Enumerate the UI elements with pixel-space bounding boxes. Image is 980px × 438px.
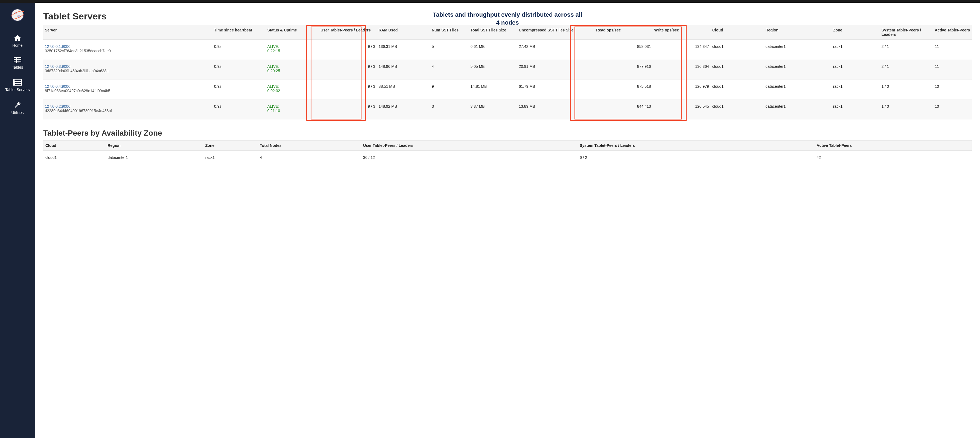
server-link[interactable]: 127.0.0.2:9000 <box>45 104 70 108</box>
cell-num-sst: 9 <box>430 80 469 100</box>
cell-user-peers: 9 / 3 <box>319 80 377 100</box>
col-total-sst: Total SST Files Size <box>469 25 517 40</box>
svg-point-14 <box>14 80 15 80</box>
cell-time-since: 0.9s <box>212 100 266 120</box>
cell-cloud: cloud1 <box>711 100 764 120</box>
cell-write-ops: 134.347 <box>653 40 711 60</box>
col-active-peers: Active Tablet-Peers <box>933 25 972 40</box>
sidebar-item-home[interactable]: Home <box>0 30 35 53</box>
cell-cloud: cloud1 <box>711 40 764 60</box>
tablet-servers-icon <box>13 79 22 86</box>
table-row: 127.0.0.4:90008f71a083ea09497c9c828e14fd… <box>43 80 972 100</box>
cell-sys-peers: 2 / 1 <box>880 40 933 60</box>
az-section-title: Tablet-Peers by Availability Zone <box>43 129 972 137</box>
cell-read-ops: 858.031 <box>595 40 652 60</box>
sidebar-item-label: Home <box>1 43 34 48</box>
cell-total-sst: 6.61 MB <box>469 40 517 60</box>
az-col-sys-peers: System Tablet-Peers / Leaders <box>578 140 814 151</box>
cell-time-since: 0.9s <box>212 40 266 60</box>
cell-zone: rack1 <box>832 80 880 100</box>
col-server: Server <box>43 25 212 40</box>
cell-status: ALIVE:0:21:10 <box>266 100 319 120</box>
tablet-servers-table-wrap: Server Time since heartbeat Status & Upt… <box>43 25 972 119</box>
col-cloud: Cloud <box>711 25 764 40</box>
cell-zone: rack1 <box>832 100 880 120</box>
sidebar-item-utilities[interactable]: Utilities <box>0 97 35 120</box>
sidebar-item-label: Tablet Servers <box>1 88 34 92</box>
col-uncomp-sst: Uncompressed SST Files Size <box>517 25 595 40</box>
col-zone: Zone <box>832 25 880 40</box>
cell-uncomp-sst: 27.42 MB <box>517 40 595 60</box>
cell-ram: 148.92 MB <box>377 100 430 120</box>
cell-active-peers: 10 <box>933 100 972 120</box>
col-user-peers: User Tablet-Peers / Leaders <box>319 25 377 40</box>
sidebar-item-tablet-servers[interactable]: Tablet Servers <box>0 74 35 97</box>
cell-num-sst: 4 <box>430 60 469 80</box>
cell-status: ALIVE:0:20:25 <box>266 60 319 80</box>
svg-point-16 <box>14 84 15 85</box>
svg-point-15 <box>14 82 15 83</box>
col-status: Status & Uptime <box>266 25 319 40</box>
col-sys-peers: System Tablet-Peers / Leaders <box>880 25 933 40</box>
cell-user-peers: 9 / 3 <box>319 40 377 60</box>
tables-icon <box>13 57 22 64</box>
col-read-ops: Read ops/sec <box>595 25 652 40</box>
server-uuid: 8f71a083ea09497c9c828e14fd09c4b5 <box>45 89 110 93</box>
server-link[interactable]: 127.0.0.3:9000 <box>45 64 70 68</box>
cell-num-sst: 5 <box>430 40 469 60</box>
az-cell-cloud: cloud1 <box>43 151 105 164</box>
az-cell-region: datacenter1 <box>105 151 203 164</box>
cell-ram: 88.51 MB <box>377 80 430 100</box>
az-cell-active: 42 <box>814 151 972 164</box>
cell-uncomp-sst: 61.79 MB <box>517 80 595 100</box>
home-icon <box>13 35 22 41</box>
table-row: 127.0.0.1:900002501752cf764dc3b21535dcac… <box>43 40 972 60</box>
cell-sys-peers: 1 / 0 <box>880 100 933 120</box>
cell-uncomp-sst: 13.89 MB <box>517 100 595 120</box>
server-link[interactable]: 127.0.0.4:9000 <box>45 84 70 89</box>
table-row: 127.0.0.3:90003d87320da09b46f4ab2fffbeb0… <box>43 60 972 80</box>
col-ram: RAM Used <box>377 25 430 40</box>
svg-rect-6 <box>14 57 21 63</box>
az-table-row: cloud1 datacenter1 rack1 4 36 / 12 6 / 2… <box>43 151 972 164</box>
cell-sys-peers: 1 / 0 <box>880 80 933 100</box>
cell-cloud: cloud1 <box>711 60 764 80</box>
az-cell-user-peers: 36 / 12 <box>361 151 578 164</box>
az-col-total-nodes: Total Nodes <box>258 140 361 151</box>
az-col-zone: Zone <box>203 140 258 151</box>
window-titlebar-shadow <box>0 0 980 3</box>
cell-active-peers: 10 <box>933 80 972 100</box>
sidebar-item-label: Utilities <box>1 110 34 115</box>
az-col-cloud: Cloud <box>43 140 105 151</box>
cell-active-peers: 11 <box>933 60 972 80</box>
cell-cloud: cloud1 <box>711 80 764 100</box>
cell-write-ops: 120.545 <box>653 100 711 120</box>
server-uuid: 02501752cf764dc3b21535dcaccb7ae0 <box>45 49 111 53</box>
server-uuid: 3d87320da09b46f4ab2fffbeb04a638a <box>45 68 108 73</box>
tablet-servers-table: Server Time since heartbeat Status & Upt… <box>43 25 972 119</box>
az-cell-total-nodes: 4 <box>258 151 361 164</box>
server-link[interactable]: 127.0.0.1:9000 <box>45 44 70 49</box>
utilities-icon <box>14 101 21 109</box>
az-table: Cloud Region Zone Total Nodes User Table… <box>43 140 972 164</box>
cell-status: ALIVE:0:02:02 <box>266 80 319 100</box>
cell-time-since: 0.9s <box>212 60 266 80</box>
cell-zone: rack1 <box>832 60 880 80</box>
col-write-ops: Write ops/sec <box>653 25 711 40</box>
cell-region: datacenter1 <box>764 80 832 100</box>
az-cell-zone: rack1 <box>203 151 258 164</box>
az-col-region: Region <box>105 140 203 151</box>
col-region: Region <box>764 25 832 40</box>
cell-total-sst: 5.05 MB <box>469 60 517 80</box>
cell-sys-peers: 2 / 1 <box>880 60 933 80</box>
cell-read-ops: 875.518 <box>595 80 652 100</box>
cell-total-sst: 14.81 MB <box>469 80 517 100</box>
table-row: 127.0.0.2:9000d2280b34d460400196780915e4… <box>43 100 972 120</box>
cell-active-peers: 11 <box>933 40 972 60</box>
main-content: Tablet Servers Tablets and throughput ev… <box>35 3 980 438</box>
az-col-active: Active Tablet-Peers <box>814 140 972 151</box>
sidebar-nav: Home Tables Tablet Servers <box>0 3 35 438</box>
col-num-sst: Num SST Files <box>430 25 469 40</box>
cell-ram: 136.31 MB <box>377 40 430 60</box>
sidebar-item-tables[interactable]: Tables <box>0 53 35 74</box>
